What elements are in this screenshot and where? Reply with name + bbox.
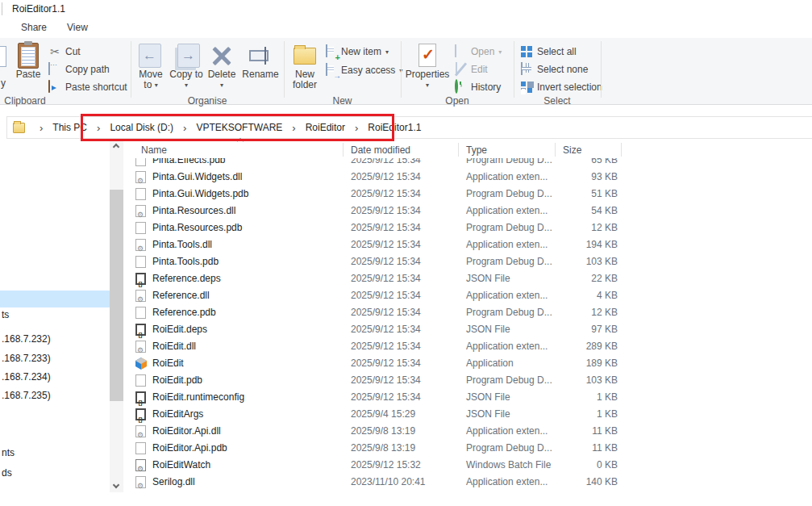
- file-date-modified: 2025/9/12 15:34: [351, 236, 421, 253]
- breadcrumb-vpteksoftware[interactable]: VPTEKSOFTWARE: [193, 122, 285, 133]
- column-divider[interactable]: [555, 143, 556, 157]
- paste-icon: [18, 43, 39, 69]
- file-size: 4 KB: [529, 287, 618, 304]
- file-row[interactable]: Pinta.Resources.pdb 2025/9/12 15:34 Prog…: [126, 220, 812, 236]
- file-row[interactable]: Serilog.dll 2023/11/10 20:41 Application…: [126, 474, 812, 491]
- file-row[interactable]: Reference.deps 2025/9/12 15:34 JSON File…: [126, 270, 812, 287]
- chevron-up-icon: [113, 144, 119, 150]
- ribbon-tab-strip: ShareView: [0, 18, 812, 38]
- move-to-icon: [139, 44, 161, 68]
- file-size: 11 KB: [529, 440, 618, 457]
- sidebar-item[interactable]: .168.7.233): [0, 350, 106, 367]
- file-name: RoiEditor.Api.pdb: [152, 440, 346, 457]
- sidebar-item[interactable]: nts: [0, 445, 106, 462]
- file-size: 97 KB: [529, 321, 618, 338]
- sidebar-scrollbar[interactable]: [110, 140, 123, 492]
- column-header-size[interactable]: Size: [563, 140, 581, 158]
- file-date-modified: 2025/9/12 15:34: [351, 220, 421, 236]
- file-type-icon: [135, 307, 146, 319]
- new-folder-button[interactable]: New folder: [285, 43, 324, 90]
- file-row[interactable]: RoiEdit.runtimeconfig 2025/9/12 15:34 JS…: [126, 389, 812, 406]
- dropdown-caret-icon: ▾: [220, 82, 223, 89]
- delete-button[interactable]: Delete▾: [205, 43, 239, 90]
- copy-path-icon: [48, 62, 50, 75]
- breadcrumb-local-disk-d[interactable]: Local Disk (D:): [106, 122, 177, 133]
- scrollbar-thumb[interactable]: [110, 190, 123, 401]
- breadcrumb-roieditor1-1[interactable]: RoiEditor1.1: [364, 122, 424, 133]
- file-name: RoiEdit: [152, 355, 346, 372]
- rename-icon: [249, 50, 269, 61]
- file-size: 51 KB: [529, 186, 618, 203]
- file-row[interactable]: RoiEdit 2025/9/12 15:34 Application 189 …: [126, 355, 812, 372]
- file-name: Pinta.Tools.pdb: [152, 253, 346, 270]
- edit-button[interactable]: Edit: [454, 61, 488, 78]
- file-row[interactable]: Pinta.Tools.pdb 2025/9/12 15:34 Program …: [126, 253, 812, 270]
- file-type-icon: [135, 273, 146, 285]
- properties-button[interactable]: Properties▾: [403, 43, 452, 90]
- copy-path-button[interactable]: Copy path: [48, 61, 110, 78]
- file-row[interactable]: RoiEdit.pdb 2025/9/12 15:34 Program Debu…: [126, 372, 812, 389]
- copy-to-button[interactable]: Copy to ▾: [169, 43, 203, 90]
- file-type-icon: [135, 205, 146, 217]
- column-divider[interactable]: [458, 143, 459, 157]
- group-divider: [131, 41, 131, 98]
- file-date-modified: 2025/9/12 15:34: [351, 304, 421, 321]
- file-row[interactable]: RoiEditArgs 2025/9/4 15:29 JSON File 1 K…: [126, 406, 812, 423]
- file-row[interactable]: RoiEditWatch 2025/9/12 15:32 Windows Bat…: [126, 457, 812, 474]
- dropdown-caret-icon: ▾: [385, 48, 389, 56]
- column-divider[interactable]: [621, 143, 622, 157]
- file-row[interactable]: RoiEdit.dll 2025/9/12 15:34 Application …: [126, 338, 812, 355]
- column-divider[interactable]: [343, 143, 344, 157]
- scroll-down-arrow[interactable]: [110, 480, 123, 492]
- select-all-button[interactable]: Select all: [520, 43, 577, 61]
- scroll-up-arrow[interactable]: [110, 140, 123, 153]
- file-name: Pinta.Gui.Widgets.dll: [152, 169, 346, 186]
- sidebar-item[interactable]: [0, 291, 110, 307]
- dropdown-caret-icon: ▾: [185, 82, 188, 89]
- file-row[interactable]: Pinta.Gui.Widgets.dll 2025/9/12 15:34 Ap…: [126, 169, 812, 186]
- column-header-name[interactable]: Name: [141, 140, 167, 158]
- rename-button[interactable]: Rename: [239, 43, 281, 80]
- open-button[interactable]: Open ▾: [454, 43, 502, 61]
- sidebar-item[interactable]: .168.7.235): [0, 387, 106, 404]
- column-header-date-modified[interactable]: Date modified: [351, 140, 410, 158]
- file-name: RoiEditArgs: [152, 406, 346, 423]
- select-none-button[interactable]: Select none: [520, 61, 588, 78]
- file-row[interactable]: Pinta.Gui.Widgets.pdb 2025/9/12 15:34 Pr…: [126, 186, 812, 203]
- file-row[interactable]: Reference.dll 2025/9/12 15:34 Applicatio…: [126, 287, 812, 304]
- new-item-button[interactable]: New item ▾: [324, 43, 389, 61]
- ribbon-tab[interactable]: Share: [14, 18, 54, 38]
- file-row[interactable]: RoiEditor.Api.pdb 2025/9/8 13:19 Program…: [126, 440, 812, 457]
- breadcrumb-this-pc[interactable]: This PC: [49, 122, 90, 133]
- history-button[interactable]: History: [454, 78, 501, 96]
- file-row[interactable]: RoiEditor.Api.dll 2025/9/8 13:19 Applica…: [126, 423, 812, 440]
- sidebar-item[interactable]: ts: [0, 307, 106, 324]
- move-to-button[interactable]: Move to ▾: [134, 43, 168, 90]
- file-row[interactable]: Pinta.Tools.dll 2025/9/12 15:34 Applicat…: [126, 236, 812, 253]
- dropdown-caret-icon: ▾: [498, 48, 502, 56]
- copy-button-label[interactable]: y: [1, 77, 6, 89]
- file-size: 189 KB: [529, 355, 618, 372]
- file-row[interactable]: RoiEdit.deps 2025/9/12 15:34 JSON File 9…: [126, 321, 812, 338]
- file-row[interactable]: Pinta.Resources.dll 2025/9/12 15:34 Appl…: [126, 203, 812, 220]
- address-bar[interactable]: › This PC › Local Disk (D:) › VPTEKSOFTW…: [6, 116, 812, 139]
- paste-button[interactable]: Paste: [10, 43, 47, 80]
- new-folder-icon: [294, 48, 316, 65]
- cut-button[interactable]: ✂ Cut: [48, 43, 81, 61]
- sidebar-item[interactable]: .168.7.234): [0, 369, 106, 386]
- column-header-type[interactable]: Type: [466, 140, 487, 158]
- easy-access-button[interactable]: Easy access ▾: [324, 61, 402, 79]
- easy-access-icon: [326, 63, 327, 76]
- sidebar-item[interactable]: ds: [0, 465, 106, 482]
- paste-shortcut-button[interactable]: Paste shortcut: [48, 78, 127, 96]
- invert-selection-button[interactable]: Invert selection: [520, 78, 602, 96]
- copy-icon[interactable]: [0, 46, 6, 67]
- ribbon-tab[interactable]: View: [60, 18, 95, 38]
- file-row[interactable]: Reference.pdb 2025/9/12 15:34 Program De…: [126, 304, 812, 321]
- file-name: RoiEdit.runtimeconfig: [152, 389, 346, 406]
- file-type-icon: [135, 239, 146, 251]
- sidebar-item[interactable]: .168.7.232): [0, 331, 106, 348]
- breadcrumb-roieditor[interactable]: RoiEditor: [302, 122, 348, 133]
- copy-to-icon: [177, 44, 200, 68]
- file-type-icon: [135, 256, 146, 268]
